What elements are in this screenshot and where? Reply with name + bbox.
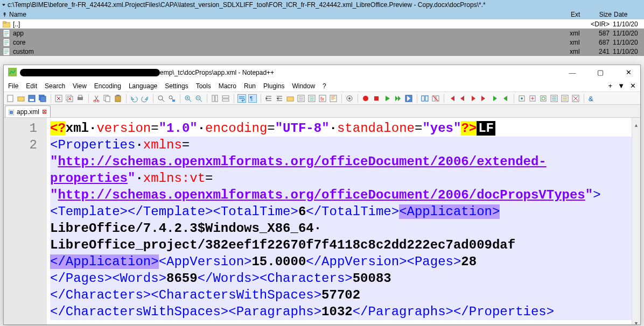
tb-monitor-icon[interactable] [345,94,354,103]
tb-allchars-icon[interactable]: ¶ [248,94,257,103]
tb-zoomout-icon[interactable] [194,94,203,103]
tb-nav-first-icon[interactable] [447,94,456,103]
tb-indent-icon[interactable] [264,94,273,103]
menu-help[interactable]: ? [323,82,326,90]
tb-sync-v-icon[interactable] [211,94,219,103]
tb-plugin4-icon[interactable] [550,94,558,103]
col-name[interactable]: ↟ Name [0,10,570,19]
menu-encoding[interactable]: Encoding [94,82,121,90]
toolbar: ¶ fx & [4,92,640,105]
tb-save-icon[interactable] [27,94,36,103]
maximize-button[interactable]: ▢ [593,68,608,77]
tb-plugin6-icon[interactable] [571,94,580,103]
tb-sync-h-icon[interactable] [221,94,230,103]
tb-docmap-icon[interactable] [329,94,338,103]
col-size[interactable]: Size [589,10,613,19]
tb-close-icon[interactable] [54,94,63,103]
tb-plugin3-icon[interactable] [539,94,548,103]
tb-diff-prev-icon[interactable] [501,94,510,103]
tb-find-icon[interactable] [157,94,165,103]
menu-close-icon[interactable]: ✕ [630,82,636,90]
tb-print-icon[interactable] [76,94,85,103]
tb-outdent-icon[interactable] [275,94,284,103]
file-row[interactable]: app xml 587 11/10/20 [0,29,644,38]
tb-compare-icon[interactable] [421,94,429,103]
file-row[interactable]: [..] <DIR> 11/10/20 [0,19,644,29]
tb-zoomin-icon[interactable] [184,94,192,103]
minimize-button[interactable]: — [565,68,580,77]
tb-nav-prev-icon[interactable] [458,94,467,103]
menu-file[interactable]: File [8,82,18,90]
tb-sep [340,94,343,103]
path-bar[interactable]: ▾ c:\Temp\BIME\before_fr-FR_424442.xml.P… [0,0,644,10]
tb-saveall-icon[interactable] [38,94,47,103]
tb-open-icon[interactable] [17,94,25,103]
file-date: 11/10/20 [613,20,642,28]
close-button[interactable]: ✕ [621,68,636,77]
vertical-scrollbar[interactable]: ▲ ▼ [632,118,640,324]
menu-plus-icon[interactable]: + [608,82,613,90]
tb-new-icon[interactable] [6,94,15,103]
svg-rect-44 [422,96,424,101]
tb-play-icon[interactable] [383,94,391,103]
tb-savemacro-icon[interactable] [404,94,413,103]
tb-plugin2-icon[interactable] [528,94,537,103]
tb-funclist-icon[interactable]: fx [318,94,327,103]
col-date[interactable]: Date [613,10,644,19]
tb-playmulti-icon[interactable] [394,94,402,103]
tb-redo-icon[interactable] [141,94,149,103]
svg-rect-58 [10,111,13,114]
path-dropdown-icon[interactable]: ▾ [2,3,5,7]
svg-text:&: & [589,95,593,102]
menu-bar: File Edit Search View Encoding Language … [4,80,640,92]
menu-run[interactable]: Run [244,82,256,90]
tb-stop-icon[interactable] [372,94,381,103]
tb-undo-icon[interactable] [130,94,138,103]
menu-language[interactable]: Language [129,82,157,90]
tb-diff-next-icon[interactable] [491,94,499,103]
tab-close-icon[interactable]: ⊠ [42,108,47,115]
file-row[interactable]: core xml 687 11/10/20 [0,38,644,47]
menu-window[interactable]: Window [292,82,315,90]
tb-record-icon[interactable] [361,94,370,103]
svg-text:¶: ¶ [250,96,253,102]
tb-amp-icon[interactable]: & [587,94,596,103]
code-view[interactable]: <?xml·version="1.0"·encoding="UTF-8"·sta… [47,118,640,324]
menu-plugins[interactable]: Plugins [263,82,284,90]
editor-area: 1 2 <?xml·version="1.0"·encoding="UTF-8"… [4,118,640,324]
tb-sep [512,94,515,103]
tab-appxml[interactable]: app.xml ⊠ [5,105,51,117]
tb-wordwrap-icon[interactable] [237,94,246,103]
tb-clear-compare-icon[interactable] [431,94,440,103]
menu-down-icon[interactable]: ▼ [618,82,625,90]
menu-tools[interactable]: Tools [196,82,211,90]
menu-macro[interactable]: Macro [219,82,236,90]
file-size: 687 [589,39,613,46]
tb-plugin1-icon[interactable] [517,94,526,103]
tb-plugin5-icon[interactable] [561,94,569,103]
app-icon [8,68,17,78]
menu-edit[interactable]: Edit [26,82,37,90]
tb-nav-last-icon[interactable] [480,94,488,103]
tb-nav-next-icon[interactable] [469,94,478,103]
file-name: [..] [13,20,570,28]
file-row[interactable]: custom xml 241 11/10/20 [0,47,644,56]
tb-replace-icon[interactable] [167,94,176,103]
tb-docswitch-icon[interactable] [307,94,316,103]
titlebar[interactable]: emp\_tc\docProps\app.xml - Notepad++ — ▢… [4,65,640,80]
tb-folder-icon[interactable] [286,94,295,103]
menu-view[interactable]: View [73,82,87,90]
svg-rect-7 [18,97,24,101]
line-gutter: 1 2 [4,118,47,324]
menu-search[interactable]: Search [45,82,65,90]
title-redacted [20,69,160,76]
scroll-up-icon[interactable]: ▲ [632,118,640,126]
scroll-down-icon[interactable]: ▼ [632,316,640,324]
tb-cut-icon[interactable] [92,94,101,103]
tb-copy-icon[interactable] [103,94,111,103]
menu-settings[interactable]: Settings [165,82,188,90]
tb-paste-icon[interactable] [114,94,122,103]
tb-doclist-icon[interactable] [297,94,305,103]
col-ext[interactable]: Ext [570,10,589,19]
tb-closeall-icon[interactable] [65,94,74,103]
